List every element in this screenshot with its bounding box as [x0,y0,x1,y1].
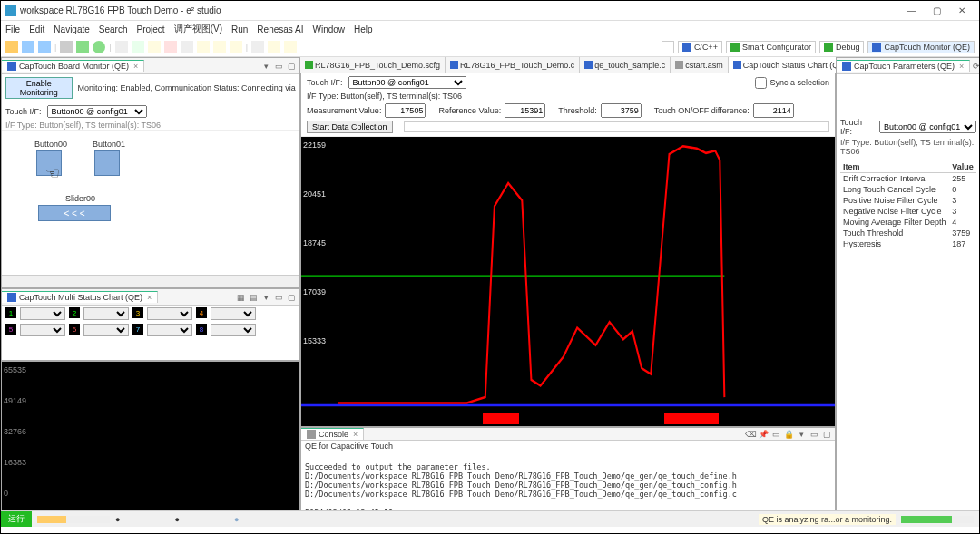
refresh-icon[interactable]: ⟳ [970,60,980,72]
button01-shape[interactable] [94,150,120,176]
sel-1[interactable] [20,307,65,320]
tab-demo-c[interactable]: RL78G16_FPB_Touch_Demo.c [446,57,580,73]
run-icon[interactable] [93,41,105,53]
col-value[interactable]: Value [949,161,976,173]
start-data-collection-button[interactable]: Start Data Collection [307,121,393,133]
tab-asm[interactable]: cstart.asm [671,57,729,73]
col-item[interactable]: Item [840,161,949,173]
menu-window[interactable]: Window [313,24,346,34]
menu-help[interactable]: Help [354,24,373,34]
mini-1[interactable]: 1 [5,307,16,318]
pin-console-icon[interactable]: 📌 [758,428,769,440]
sc-touchif-select[interactable]: Button00 @ config01 [348,76,466,89]
step-over-icon[interactable] [213,41,226,53]
menu-run[interactable]: Run [231,24,248,34]
ref-value[interactable] [505,103,545,118]
nav-fwd-icon[interactable] [284,41,297,53]
mini-6[interactable]: 6 [69,324,80,335]
tab-status-chart[interactable]: CapTouch Status Chart (QE)× [729,57,836,73]
tab-scfg[interactable]: RL78G16_FPB_Touch_Demo.scfg [300,57,446,73]
maximize-view-icon[interactable]: ▢ [286,60,298,72]
perspective-smart-config[interactable]: Smart Configurator [726,41,816,53]
sync-checkbox[interactable]: Sync a selection [755,77,829,89]
menu-navigate[interactable]: Navigate [54,24,89,34]
perspective-captouch[interactable]: CapTouch Monitor (QE) [867,41,975,53]
close-button[interactable]: ✕ [949,2,975,20]
mini-7[interactable]: 7 [132,324,143,335]
resume-icon[interactable] [132,41,144,53]
build-icon[interactable] [60,41,73,53]
new-icon[interactable] [5,41,18,53]
close-icon[interactable]: × [133,62,138,71]
sensor-canvas[interactable]: Button00 Button01 ☜ Slider00 < < < [2,131,299,275]
minimize-view-icon[interactable]: ▭ [273,60,285,72]
hscroll[interactable] [2,275,299,287]
menu-file[interactable]: File [5,24,20,34]
sel-4[interactable] [211,307,256,320]
console-output[interactable]: Succeeded to output the parameter files.… [301,451,835,510]
minimize-button[interactable]: — [898,2,924,20]
sel-6[interactable] [83,324,129,336]
save-icon[interactable] [22,41,34,53]
step-return-icon[interactable] [230,41,242,53]
toggle1-icon[interactable]: ▦ [235,291,247,303]
cpp-icon [682,43,691,52]
sel-2[interactable] [83,307,129,320]
view-menu-icon[interactable]: ▾ [260,60,272,72]
sel-8[interactable] [211,324,256,336]
close-icon[interactable]: × [353,430,358,439]
status-chart-canvas[interactable]: 22159 20451 18745 17039 15333 [301,137,835,426]
export-icon[interactable]: ▤ [248,291,260,303]
tab-board-monitor[interactable]: CapTouch Board Monitor (QE) × [2,60,144,72]
touch-if-select[interactable]: Button00 @ config01 [47,105,147,118]
minimize-view-icon[interactable]: ▭ [808,428,820,440]
close-icon[interactable]: × [147,293,152,302]
open-perspective-icon[interactable] [662,41,674,53]
maximize-view-icon[interactable]: ▢ [821,428,833,440]
diff-value[interactable] [753,103,794,118]
tab-console[interactable]: Console × [301,428,364,440]
perspective-cpp[interactable]: C/C++ [678,41,722,53]
restart-icon[interactable] [251,41,264,53]
meas-value[interactable] [385,103,426,118]
debug-icon[interactable] [76,41,89,53]
thr-value[interactable] [601,103,642,118]
tab-multi-status[interactable]: CapTouch Multi Status Chart (QE) × [2,291,158,303]
save-all-icon[interactable] [38,41,51,53]
clear-console-icon[interactable]: ⌫ [745,428,757,440]
run-status[interactable]: 运行 [1,511,32,527]
disconnect-icon[interactable] [181,41,193,53]
mini-8[interactable]: 8 [196,324,207,335]
menu-search[interactable]: Search [99,24,128,34]
sel-7[interactable] [147,324,192,336]
menu-project[interactable]: Project [137,24,165,34]
mini-3[interactable]: 3 [132,307,143,318]
menu-renesas-ai[interactable]: Renesas AI [257,24,303,34]
menu-renesas-views[interactable]: 调产视图(V) [174,23,222,35]
slider00-shape[interactable]: < < < [38,205,111,221]
terminate-icon[interactable] [164,41,177,53]
enable-monitoring-button[interactable]: Enable Monitoring [5,77,73,99]
suspend-icon[interactable] [148,41,161,53]
display-icon[interactable]: ▭ [770,428,782,440]
mini-2[interactable]: 2 [69,307,80,318]
sel-5[interactable] [20,324,65,336]
skip-icon[interactable] [115,41,128,53]
tab-params[interactable]: CapTouch Parameters (QE) × [837,60,970,72]
mini-5[interactable]: 5 [5,324,16,335]
menu-edit[interactable]: Edit [29,24,44,34]
close-icon[interactable]: × [959,62,964,71]
minimize-view-icon[interactable]: ▭ [273,291,285,303]
nav-back-icon[interactable] [268,41,280,53]
perspective-debug[interactable]: Debug [819,41,865,53]
open-console-icon[interactable]: ▾ [796,428,808,440]
p-touchif-select[interactable]: Button00 @ config01 [879,121,976,133]
tab-sample-c[interactable]: qe_touch_sample.c [580,57,671,73]
mini-4[interactable]: 4 [196,307,207,318]
sel-3[interactable] [147,307,192,320]
maximize-view-icon[interactable]: ▢ [286,291,298,303]
maximize-button[interactable]: ▢ [924,2,949,20]
scroll-lock-icon[interactable]: 🔒 [783,428,795,440]
view-menu-icon[interactable]: ▾ [260,291,272,303]
step-into-icon[interactable] [197,41,210,53]
